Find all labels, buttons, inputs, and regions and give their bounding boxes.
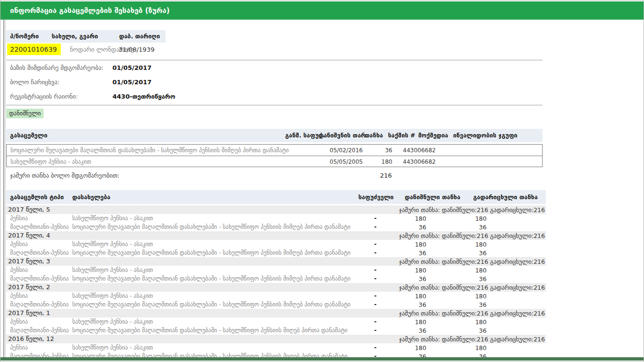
group-period: 2017 წელი, 4 bbox=[8, 232, 50, 239]
payment-transferred-amount: 36 bbox=[437, 249, 487, 257]
payment-basis: - bbox=[374, 224, 377, 230]
assigned-col-date: დანიშვნის თარ. bbox=[319, 132, 368, 139]
group-period: 2017 წელი, 3 bbox=[8, 258, 50, 265]
payment-type: პენსია bbox=[10, 293, 28, 299]
payments-col-basis: საფუძველი bbox=[358, 193, 394, 201]
assigned-status-badge: დანიშნული bbox=[6, 109, 44, 118]
assigned-col-disability: ინვალიდობის ჯგუფი bbox=[453, 132, 517, 139]
payment-basis: - bbox=[374, 267, 377, 273]
payment-month-group: 2017 წელი, 2 ჯამური თანხა: დანიშნული:216… bbox=[6, 283, 546, 309]
payment-transferred-amount: 36 bbox=[437, 301, 487, 308]
payment-month-group: 2017 წელი, 3 ჯამური თანხა: დანიშნული:216… bbox=[6, 257, 546, 283]
payment-name: სახელმწიფო პენსია - ასაკით bbox=[72, 267, 373, 273]
group-header: 2017 წელი, 1 ჯამური თანხა: დანიშნული:216… bbox=[6, 309, 546, 317]
report-content: პ/ნომერი სახელი, გვარი დაბ. თარიღი 22001… bbox=[6, 20, 547, 362]
separator bbox=[6, 105, 543, 105]
payment-row: პენსია სახელმწიფო პენსია - ასაკით - 180 … bbox=[6, 292, 546, 300]
payment-transferred-amount: 180 bbox=[437, 215, 487, 222]
group-totals: ჯამური თანხა: დანიშნული:216 გადარიცხული:… bbox=[399, 206, 545, 214]
payment-row: პენსია სახელმწიფო პენსია - ასაკით - 180 … bbox=[6, 343, 546, 352]
case-number: 443006682 bbox=[403, 158, 436, 165]
payment-transferred-amount: 180 bbox=[437, 267, 487, 274]
registration-region-label: რეგისტრაციის რაიონი: bbox=[10, 93, 78, 100]
window-bottom-border bbox=[0, 357, 644, 361]
page-title: ინფორმაცია გასაცემლების შესახებ (ზურა) bbox=[10, 6, 170, 15]
payment-row: პენსია სახელმწიფო პენსია - ასაკით - 180 … bbox=[6, 240, 546, 249]
payments-col-name: დასახელება bbox=[72, 193, 111, 201]
assigned-table-row: სახელმწიფო პენსია - ასაკით 05/05/2005 18… bbox=[7, 156, 542, 167]
payment-assigned-amount: 36 bbox=[389, 275, 426, 283]
assignment-date: 05/05/2005 bbox=[330, 158, 363, 165]
assigned-table-header: გასაცემელი განმ. საფუძ. დანიშვნის თარ. თ… bbox=[6, 129, 543, 142]
group-header: 2017 წელი, 3 ჯამური თანხა: დანიშნული:216… bbox=[6, 257, 546, 266]
group-period: 2017 წელი, 2 bbox=[8, 283, 50, 291]
payment-month-group: 2017 წელი, 5 ჯამური თანხა: დანიშნული:216… bbox=[6, 205, 546, 231]
group-rows: პენსია სახელმწიფო პენსია - ასაკით - 180 … bbox=[6, 240, 546, 257]
person-col-name: სახელი, გვარი bbox=[52, 33, 98, 40]
payable-name: სოციალური შეღავათები მაღალმთიან დასახლებ… bbox=[11, 147, 289, 154]
group-period: 2017 წელი, 1 bbox=[8, 309, 50, 317]
payments-groups: 2017 წელი, 5 ჯამური თანხა: დანიშნული:216… bbox=[6, 205, 546, 361]
payment-row: მაღალმთიანი-პენსია სოციალური შეღავათები … bbox=[6, 326, 546, 335]
payment-month-group: 2017 წელი, 4 ჯამური თანხა: დანიშნული:216… bbox=[6, 231, 546, 257]
payment-name: სოციალური შეღავათები მაღალმთიან დასახლებ… bbox=[72, 224, 373, 230]
group-rows: პენსია სახელმწიფო პენსია - ასაკით - 180 … bbox=[6, 266, 546, 283]
last-deposit-label: ბოლო ჩარიცხვა: bbox=[10, 79, 59, 86]
payments-table-header: გასაცემლის ტიპი დასახელება საფუძველი დან… bbox=[6, 190, 546, 204]
payment-type: პენსია bbox=[10, 215, 28, 222]
personal-number-highlight: 22001010639 bbox=[7, 44, 61, 55]
payment-basis: - bbox=[374, 318, 377, 325]
group-period: 2017 წელი, 5 bbox=[8, 206, 50, 213]
payment-month-group: 2017 წელი, 1 ჯამური თანხა: დანიშნული:216… bbox=[6, 309, 546, 335]
payment-name: სოციალური შეღავათები მაღალმთიან დასახლებ… bbox=[72, 327, 373, 334]
payments-col-transferred: გადარიცხული თანხა bbox=[473, 193, 538, 201]
payment-basis: - bbox=[374, 301, 377, 308]
group-rows: პენსია სახელმწიფო პენსია - ასაკით - 180 … bbox=[6, 214, 546, 231]
payment-row: პენსია სახელმწიფო პენსია - ასაკით - 180 … bbox=[6, 266, 546, 274]
assigned-col-amount: თანხა bbox=[365, 132, 383, 139]
payment-row: მაღალმთიანი-პენსია სოციალური შეღავათები … bbox=[6, 300, 546, 309]
payment-basis: - bbox=[374, 344, 377, 351]
group-totals: ჯამური თანხა: დანიშნული:216 გადარიცხული:… bbox=[399, 284, 545, 291]
payment-basis: - bbox=[374, 327, 377, 334]
payment-type: მაღალმთიანი-პენსია bbox=[10, 224, 69, 230]
payment-name: სოციალური შეღავათები მაღალმთიან დასახლებ… bbox=[72, 301, 373, 308]
payment-name: სოციალური შეღავათები მაღალმთიან დასახლებ… bbox=[72, 249, 373, 256]
payment-row: მაღალმთიანი-პენსია სოციალური შეღავათები … bbox=[6, 223, 546, 231]
payment-transferred-amount: 36 bbox=[437, 275, 487, 283]
window-left-border bbox=[3, 20, 4, 358]
case-number: 443006682 bbox=[403, 147, 436, 154]
payment-name: სახელმწიფო პენსია - ასაკით bbox=[72, 318, 373, 325]
group-header: 2017 წელი, 2 ჯამური თანხა: დანიშნული:216… bbox=[6, 283, 546, 292]
payment-type: მაღალმთიანი-პენსია bbox=[10, 327, 69, 334]
assigned-col-payable: გასაცემელი bbox=[10, 132, 47, 139]
payment-assigned-amount: 36 bbox=[389, 301, 426, 308]
group-totals: ჯამური თანხა: დანიშნული:216 გადარიცხული:… bbox=[399, 310, 545, 317]
payment-basis: - bbox=[374, 249, 377, 256]
registration-region-value: 4430-თეთრიწყარო bbox=[112, 93, 175, 100]
assigned-col-active: მოქმედია bbox=[418, 132, 448, 139]
assigned-total-value: 216 bbox=[370, 172, 392, 179]
payment-assigned-amount: 180 bbox=[389, 215, 426, 222]
payment-name: სახელმწიფო პენსია - ასაკით bbox=[72, 215, 373, 222]
payment-name: სახელმწიფო პენსია - ასაკით bbox=[72, 344, 373, 351]
payments-col-type: გასაცემლის ტიპი bbox=[10, 193, 64, 201]
person-row: 22001010639 ნოდარი ლონდარიძე 31/08/1939 bbox=[6, 44, 207, 56]
payment-basis: - bbox=[374, 275, 377, 282]
group-header: 2017 წელი, 4 ჯამური თანხა: დანიშნული:216… bbox=[6, 231, 546, 240]
person-dob: 31/08/1939 bbox=[119, 46, 155, 53]
group-header: 2016 წელი, 12 ჯამური თანხა: დანიშნული:21… bbox=[6, 335, 546, 343]
person-col-number: პ/ნომერი bbox=[10, 33, 39, 40]
group-period: 2016 წელი, 12 bbox=[8, 335, 54, 342]
payment-type: მაღალმთიანი-პენსია bbox=[10, 275, 69, 282]
base-state-value: 01/05/2017 bbox=[112, 64, 152, 71]
payment-name: სახელმწიფო პენსია - ასაკით bbox=[72, 293, 373, 299]
group-rows: პენსია სახელმწიფო პენსია - ასაკით - 180 … bbox=[6, 317, 546, 335]
group-rows: პენსია სახელმწიფო პენსია - ასაკით - 180 … bbox=[6, 292, 546, 309]
payment-transferred-amount: 180 bbox=[437, 241, 487, 248]
panel-left-border bbox=[5, 20, 6, 358]
assigned-table-body: სოციალური შეღავათები მაღალმთიან დასახლებ… bbox=[6, 144, 543, 167]
payment-assigned-amount: 180 bbox=[389, 293, 426, 300]
payment-name: სახელმწიფო პენსია - ასაკით bbox=[72, 241, 373, 248]
assignment-date: 05/02/2016 bbox=[330, 147, 363, 154]
